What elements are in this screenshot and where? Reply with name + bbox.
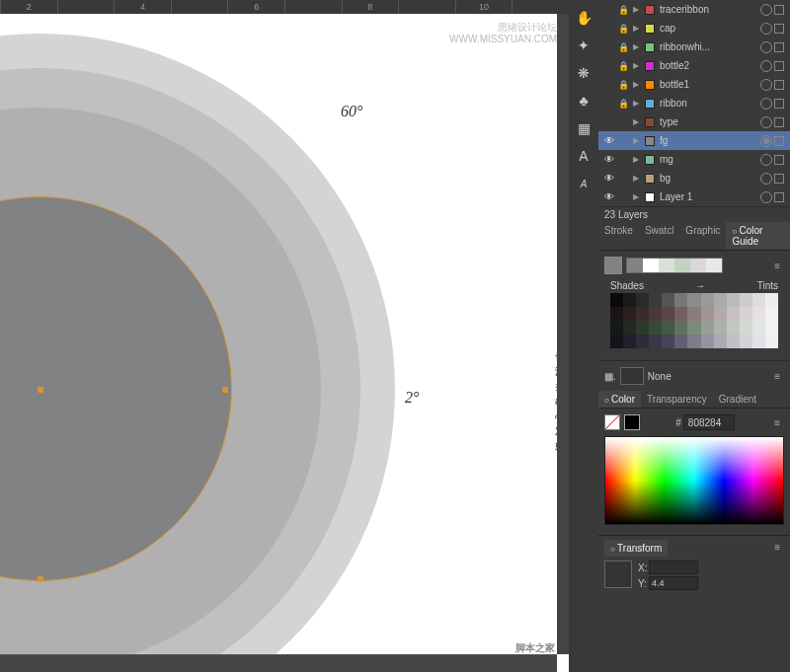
tab-color guide[interactable]: Color Guide (726, 222, 790, 250)
layer-color-swatch (645, 136, 655, 146)
color-guide-tabs: StrokeSwatclGraphicColor Guide (598, 222, 790, 251)
color-guide-grid[interactable] (604, 293, 784, 354)
color-spectrum[interactable] (604, 436, 784, 525)
annotation-2: 2° (405, 389, 419, 407)
tab-swatcl[interactable]: Swatcl (639, 222, 679, 250)
layer-row-traceribbon[interactable]: 🔒▶traceribbon (598, 0, 790, 19)
artboard[interactable]: 60° 2° 思绪设计论坛WWW.MISSYUAN.COM 脚本之家jiaobe… (0, 14, 569, 672)
reference-point[interactable] (604, 560, 632, 588)
target-icon[interactable] (760, 173, 772, 185)
visibility-toggle[interactable]: 👁 (602, 191, 616, 202)
lock-toggle[interactable]: 🔒 (616, 99, 630, 109)
style-thumb[interactable] (620, 367, 644, 385)
layer-row-Layer 1[interactable]: 👁▶Layer 1 (598, 187, 790, 206)
expand-icon[interactable]: ▶ (630, 136, 642, 145)
layer-row-type[interactable]: ▶type (598, 112, 790, 131)
wand-tool-icon[interactable]: ✦ (572, 34, 595, 57)
tab-transform[interactable]: Transform (604, 540, 668, 557)
anchor-left[interactable] (38, 387, 43, 393)
panel-dock: 🔒▶traceribbon🔒▶cap🔒▶ribbonwhi...🔒▶bottle… (598, 0, 790, 672)
layer-row-fg[interactable]: 👁▶fg (598, 131, 790, 150)
lock-toggle[interactable]: 🔒 (616, 42, 630, 52)
target-icon[interactable] (760, 60, 772, 72)
graphic-styles-bar: ▦. None ≡ (598, 360, 790, 391)
layer-row-ribbon[interactable]: 🔒▶ribbon (598, 94, 790, 112)
layer-row-bg[interactable]: 👁▶bg (598, 169, 790, 187)
tab-graphic[interactable]: Graphic (679, 222, 726, 250)
y-input[interactable] (649, 576, 698, 590)
expand-icon[interactable]: ▶ (630, 117, 642, 126)
color-panel: ColorTransparencyGradient # ≡ (598, 391, 790, 535)
layer-color-swatch (645, 24, 655, 34)
shape-tool-icon[interactable]: ♣ (572, 89, 595, 112)
target-icon[interactable] (760, 154, 772, 166)
horizontal-scrollbar[interactable] (0, 654, 557, 672)
selection-indicator (774, 5, 784, 15)
expand-icon[interactable]: ▶ (630, 80, 642, 89)
layer-row-bottle1[interactable]: 🔒▶bottle1 (598, 75, 790, 94)
lock-toggle[interactable]: 🔒 (616, 5, 630, 15)
expand-icon[interactable]: ▶ (630, 61, 642, 70)
visibility-toggle[interactable]: 👁 (602, 173, 616, 184)
canvas-area: 2 4 6 8 10 60° 2° 思绪设计论坛WWW.MISSYUAN.COM… (0, 0, 569, 672)
tints-label: Tints (757, 280, 778, 291)
no-fill-swatch[interactable] (604, 414, 620, 430)
target-icon[interactable] (760, 98, 772, 110)
layer-row-ribbonwhi...[interactable]: 🔒▶ribbonwhi... (598, 37, 790, 56)
expand-icon[interactable]: ▶ (630, 24, 642, 33)
layer-color-swatch (645, 155, 655, 165)
expand-icon[interactable]: ▶ (630, 42, 642, 51)
styles-icon[interactable]: ▦. (604, 371, 616, 382)
lock-toggle[interactable]: 🔒 (616, 80, 630, 90)
type-tool-2-icon[interactable]: A (572, 172, 595, 195)
lock-toggle[interactable]: 🔒 (616, 61, 630, 71)
tab-transparency[interactable]: Transparency (641, 391, 713, 408)
anchor-bottom[interactable] (38, 576, 43, 582)
target-icon[interactable] (760, 41, 772, 53)
color-guide-strip[interactable] (626, 258, 723, 273)
layer-color-swatch (645, 42, 655, 52)
layer-row-mg[interactable]: 👁▶mg (598, 150, 790, 169)
visibility-toggle[interactable]: 👁 (602, 135, 616, 146)
y-label: Y: (638, 578, 647, 589)
panel-menu-icon[interactable]: ≡ (770, 369, 784, 384)
anchor-right[interactable] (222, 387, 228, 393)
expand-icon[interactable]: ▶ (630, 99, 642, 108)
gradient-tool-icon[interactable]: ▦ (572, 116, 595, 140)
base-color-swatch[interactable] (604, 257, 622, 274)
panel-menu-icon[interactable]: ≡ (770, 259, 784, 273)
target-icon[interactable] (760, 191, 772, 203)
layer-color-swatch (645, 99, 655, 109)
expand-icon[interactable]: ▶ (630, 155, 642, 164)
tab-gradient[interactable]: Gradient (713, 391, 762, 408)
layer-row-bottle2[interactable]: 🔒▶bottle2 (598, 56, 790, 75)
spray-tool-icon[interactable]: ❋ (572, 61, 595, 85)
x-input[interactable] (649, 560, 698, 574)
expand-icon[interactable]: ▶ (630, 174, 642, 183)
target-icon[interactable] (760, 4, 772, 16)
color-guide-panel: StrokeSwatclGraphicColor Guide ≡ Shades … (598, 222, 790, 360)
layer-row-cap[interactable]: 🔒▶cap (598, 19, 790, 37)
type-tool-icon[interactable]: A (572, 144, 595, 168)
layers-count: 23 Layers (604, 209, 648, 220)
expand-icon[interactable]: ▶ (630, 192, 642, 201)
target-icon[interactable] (760, 23, 772, 35)
layer-name: mg (658, 154, 758, 165)
panel-menu-icon[interactable]: ≡ (770, 540, 784, 557)
lock-toggle[interactable]: 🔒 (616, 24, 630, 34)
panel-menu-icon[interactable]: ≡ (770, 415, 784, 430)
target-icon[interactable] (760, 116, 772, 128)
hand-tool-icon[interactable]: ✋ (572, 6, 595, 30)
target-icon[interactable] (760, 79, 772, 91)
visibility-toggle[interactable]: 👁 (602, 154, 616, 165)
hex-input[interactable] (683, 414, 735, 430)
layer-color-swatch (645, 5, 655, 15)
expand-icon[interactable]: ▶ (630, 5, 642, 14)
layer-name: ribbonwhi... (658, 41, 758, 52)
stroke-color-swatch[interactable] (624, 414, 640, 430)
layer-name: bottle2 (658, 60, 758, 71)
tab-stroke[interactable]: Stroke (598, 222, 639, 250)
tab-color[interactable]: Color (598, 391, 641, 408)
vertical-scrollbar[interactable] (557, 14, 569, 654)
target-icon[interactable] (760, 135, 772, 147)
